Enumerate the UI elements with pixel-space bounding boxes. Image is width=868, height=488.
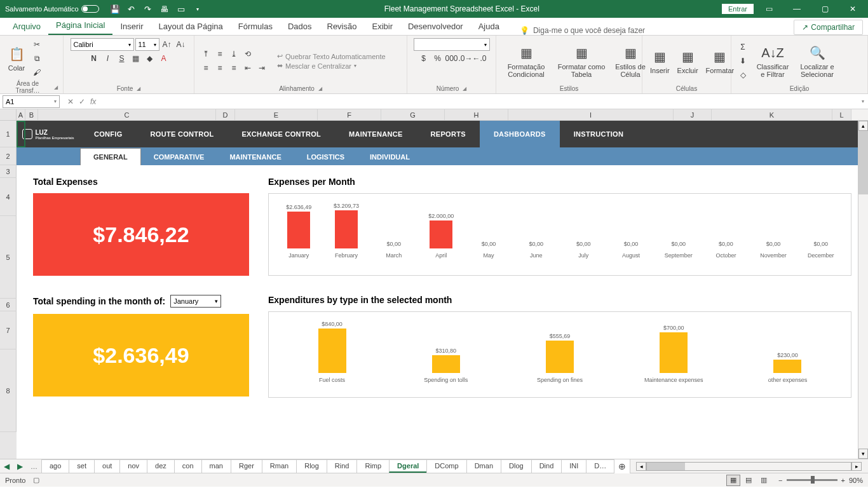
font-size-combo[interactable]: 11▾ (135, 38, 159, 51)
zoom-slider[interactable] (787, 479, 837, 481)
select-all-corner[interactable] (0, 109, 17, 120)
hscroll-right-icon[interactable]: ▸ (851, 462, 862, 471)
zoom-out-button[interactable]: − (778, 477, 782, 484)
ribbon-tab-dados[interactable]: Dados (280, 18, 320, 35)
sheet-nav-prev[interactable]: ◀ (0, 462, 13, 471)
ribbon-tab-página-inicial[interactable]: Página Inicial (48, 17, 112, 35)
sheet-tab-set[interactable]: set (69, 459, 95, 473)
vertical-scrollbar[interactable]: ▴ ▾ (858, 121, 868, 459)
nav-maintenance[interactable]: MAINTENANCE (335, 121, 417, 147)
autosave-toggle[interactable] (81, 5, 99, 13)
bold-button[interactable]: N (88, 52, 100, 65)
cut-icon[interactable]: ✂ (31, 38, 43, 51)
redo-icon[interactable]: ↷ (144, 4, 153, 13)
col-header[interactable]: F (318, 109, 381, 120)
sheet-tab-d…[interactable]: D… (586, 459, 614, 473)
delete-cells-button[interactable]: ▦Excluir (675, 46, 701, 76)
ribbon-tab-arquivo[interactable]: Arquivo (5, 18, 48, 35)
sheet-tab-dman[interactable]: Dman (466, 459, 501, 473)
col-header[interactable]: H (445, 109, 508, 120)
format-painter-icon[interactable]: 🖌 (31, 66, 43, 79)
ribbon-tab-inserir[interactable]: Inserir (112, 18, 151, 35)
sheet-tab-con[interactable]: con (174, 459, 202, 473)
sheet-tab-nov[interactable]: nov (119, 459, 147, 473)
cancel-formula-icon[interactable]: ✕ (67, 97, 74, 106)
nav-route-control[interactable]: ROUTE CONTROL (137, 121, 228, 147)
zoom-in-button[interactable]: + (841, 477, 845, 484)
sheet-nav-more[interactable]: … (27, 463, 41, 470)
sheet-tab-rlog[interactable]: Rlog (296, 459, 327, 473)
align-middle-icon[interactable]: ≡ (214, 48, 226, 60)
sheet-tab-dcomp[interactable]: DComp (426, 459, 466, 473)
fill-color-icon[interactable]: ◆ (144, 52, 156, 65)
row-header[interactable]: 5 (0, 216, 17, 299)
italic-button[interactable]: I (102, 52, 114, 65)
decrease-indent-icon[interactable]: ⇤ (241, 62, 254, 74)
merge-center-button[interactable]: ⬌Mesclar e Centralizar▾ (277, 62, 386, 70)
nav-instruction[interactable]: INSTRUCTION (560, 121, 637, 147)
format-table-button[interactable]: ▦Formatar como Tabela (553, 43, 609, 79)
row-header[interactable]: 6 (0, 299, 17, 311)
enter-formula-icon[interactable]: ✓ (79, 97, 85, 106)
col-header[interactable]: E (235, 109, 318, 120)
clear-icon[interactable]: ◇ (736, 69, 749, 81)
insert-cells-button[interactable]: ▦Inserir (648, 46, 672, 76)
touch-icon[interactable]: ▭ (177, 4, 186, 13)
col-header[interactable]: B (25, 109, 38, 120)
sheet-tab-dgeral[interactable]: Dgeral (389, 459, 427, 473)
sheet-tab-dind[interactable]: Dind (531, 459, 562, 473)
col-header[interactable]: K (712, 109, 832, 120)
sheet-tab-rimp[interactable]: Rimp (356, 459, 390, 473)
percent-icon[interactable]: % (431, 52, 444, 65)
orientation-icon[interactable]: ⟲ (241, 48, 254, 60)
ribbon-tab-layout-da-página[interactable]: Layout da Página (151, 18, 231, 35)
tellme-input[interactable]: Diga-me o que você deseja fazer (533, 26, 645, 35)
nav-reports[interactable]: REPORTS (417, 121, 480, 147)
number-format-combo[interactable]: ▾ (414, 38, 490, 51)
col-header[interactable]: D (216, 109, 235, 120)
wrap-text-button[interactable]: ↩Quebrar Texto Automaticamente (277, 52, 386, 60)
increase-decimal-icon[interactable]: .0→ (459, 52, 472, 65)
col-header[interactable]: J (674, 109, 712, 120)
signin-button[interactable]: Entrar (722, 4, 754, 14)
fill-icon[interactable]: ⬇ (736, 55, 749, 67)
row-header[interactable]: 1 (0, 121, 17, 147)
nav-exchange-control[interactable]: EXCHANGE CONTROL (227, 121, 335, 147)
sheet-tab-rind[interactable]: Rind (327, 459, 358, 473)
font-color-icon[interactable]: A (158, 52, 170, 65)
subtab-individual[interactable]: INDIVIDUAL (357, 149, 423, 165)
hscroll-thumb[interactable] (647, 463, 685, 470)
row-header[interactable]: 4 (0, 178, 17, 216)
ribbon-tab-revisão[interactable]: Revisão (320, 18, 365, 35)
sheet-tab-rman[interactable]: Rman (262, 459, 297, 473)
horizontal-scrollbar[interactable]: ◂ ▸ (636, 462, 862, 471)
sheet-tab-ini[interactable]: INI (561, 459, 587, 473)
copy-icon[interactable]: ⧉ (31, 52, 43, 65)
align-left-icon[interactable]: ≡ (200, 62, 212, 74)
dialog-launcher-icon[interactable]: ◢ (54, 85, 58, 90)
subtab-logistics[interactable]: LOGISTICS (294, 149, 357, 165)
sheet-tab-ago[interactable]: ago (41, 459, 69, 473)
sheet-tab-man[interactable]: man (201, 459, 231, 473)
sheet-tab-out[interactable]: out (94, 459, 120, 473)
ribbon-options-icon[interactable]: ▭ (756, 0, 782, 18)
qat-dropdown-icon[interactable]: ▾ (193, 4, 202, 13)
quickprint-icon[interactable]: 🖶 (160, 4, 169, 13)
decrease-decimal-icon[interactable]: ←.0 (473, 52, 486, 65)
sheet-tab-dlog[interactable]: Dlog (501, 459, 532, 473)
page-layout-view-icon[interactable]: ▤ (742, 475, 756, 486)
align-bottom-icon[interactable]: ⤓ (227, 48, 240, 60)
name-box[interactable]: A1▾ (3, 95, 60, 108)
sheet-nav-next[interactable]: ▶ (13, 462, 27, 471)
ribbon-tab-exibir[interactable]: Exibir (364, 18, 400, 35)
col-header[interactable]: G (381, 109, 445, 120)
paste-button[interactable]: 📋 Colar (5, 44, 28, 73)
save-icon[interactable]: 💾 (111, 4, 119, 13)
month-select[interactable]: January▾ (170, 295, 221, 308)
increase-font-icon[interactable]: A↑ (161, 38, 173, 51)
macro-record-icon[interactable]: ▢ (33, 476, 39, 484)
sheet-tab-dez[interactable]: dez (147, 459, 175, 473)
close-icon[interactable]: ✕ (840, 0, 865, 18)
expand-formula-icon[interactable]: ▾ (858, 98, 868, 104)
comma-icon[interactable]: 000 (445, 52, 458, 65)
